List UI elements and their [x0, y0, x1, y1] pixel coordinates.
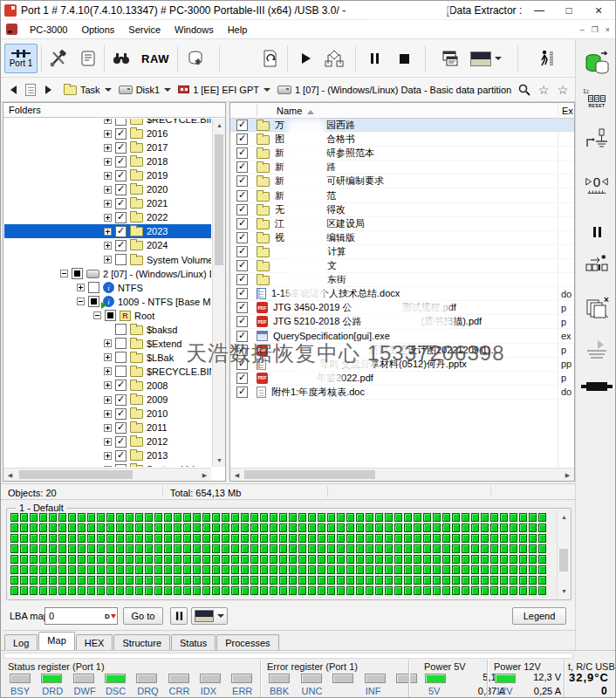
map-cell[interactable]: [462, 555, 469, 564]
map-cell[interactable]: [490, 576, 498, 585]
map-cell[interactable]: [126, 513, 133, 522]
map-cell[interactable]: [250, 586, 258, 595]
map-cell[interactable]: [298, 576, 306, 585]
map-cell[interactable]: [116, 534, 124, 543]
tree-checkbox[interactable]: [115, 464, 127, 467]
map-cell[interactable]: [442, 524, 450, 532]
tree-item--recycle-bin[interactable]: $RECYCLE.BIN: [4, 365, 211, 379]
map-cell[interactable]: [97, 576, 105, 585]
map-cell[interactable]: [356, 576, 364, 585]
map-cell[interactable]: [106, 544, 114, 553]
tree-item-2022[interactable]: 2022: [4, 210, 211, 224]
tree-item-2010[interactable]: 2010: [4, 407, 211, 421]
file-row[interactable]: 东街: [230, 273, 574, 287]
map-cell[interactable]: [212, 586, 220, 595]
map-cell[interactable]: [500, 524, 508, 532]
map-cell[interactable]: [500, 513, 508, 522]
map-cell[interactable]: [414, 576, 421, 585]
map-cell[interactable]: [375, 544, 383, 553]
map-cell[interactable]: [145, 534, 153, 543]
map-cell[interactable]: [145, 544, 153, 553]
map-cell[interactable]: [289, 555, 297, 564]
map-cell[interactable]: [375, 555, 383, 564]
tree-checkbox[interactable]: [115, 240, 127, 251]
map-cell[interactable]: [30, 544, 38, 553]
map-cell[interactable]: [212, 544, 220, 553]
map-cell[interactable]: [298, 524, 306, 532]
map-cell[interactable]: [126, 524, 133, 532]
map-cell[interactable]: [10, 544, 18, 553]
map-cell[interactable]: [375, 513, 383, 522]
map-cell[interactable]: [308, 524, 316, 532]
file-checkbox[interactable]: [236, 387, 248, 398]
map-cell[interactable]: [106, 513, 114, 522]
tree-item--extend[interactable]: $Extend: [4, 337, 211, 351]
autoplay-disabled-button[interactable]: [583, 336, 611, 364]
map-cell[interactable]: [356, 555, 364, 564]
file-row[interactable]: 新研参照范本: [230, 147, 574, 161]
map-cell[interactable]: [423, 524, 431, 532]
tree-checkbox[interactable]: [105, 310, 116, 321]
map-cell[interactable]: [30, 576, 38, 585]
map-cell[interactable]: [452, 576, 460, 585]
map-cell[interactable]: [279, 555, 287, 564]
map-cell[interactable]: [356, 586, 364, 595]
map-cell[interactable]: [327, 586, 335, 595]
map-cell[interactable]: [68, 586, 76, 595]
expand-icon[interactable]: [104, 130, 112, 138]
map-cell[interactable]: [20, 544, 28, 553]
map-cell[interactable]: [279, 513, 287, 522]
map-cell[interactable]: [289, 544, 297, 553]
sidebar-pause-button[interactable]: [583, 218, 611, 246]
map-cell[interactable]: [58, 544, 66, 553]
map-cell[interactable]: [231, 513, 239, 522]
map-cell[interactable]: [394, 586, 402, 595]
map-cell[interactable]: [462, 534, 469, 543]
map-cell[interactable]: [20, 555, 28, 564]
expand-icon[interactable]: [77, 284, 85, 291]
map-cell[interactable]: [126, 544, 133, 553]
map-cell[interactable]: [222, 524, 229, 532]
map-cell[interactable]: [154, 576, 162, 585]
map-cell[interactable]: [250, 555, 258, 564]
map-cell[interactable]: [298, 544, 306, 553]
map-cell[interactable]: [49, 524, 57, 532]
map-view-button[interactable]: [467, 44, 505, 73]
map-cell[interactable]: [135, 544, 143, 553]
map-cell[interactable]: [49, 513, 57, 522]
port1-button[interactable]: Port 1: [4, 44, 38, 73]
file-row[interactable]: 图合格书: [230, 133, 574, 147]
map-cell[interactable]: [10, 534, 18, 543]
tab-processes[interactable]: Processes: [216, 634, 278, 650]
map-cell[interactable]: [30, 524, 38, 532]
map-cell[interactable]: [87, 544, 95, 553]
map-cell[interactable]: [49, 544, 57, 553]
map-cell[interactable]: [126, 586, 133, 595]
map-cell[interactable]: [270, 555, 277, 564]
map-cell[interactable]: [375, 565, 383, 574]
file-checkbox[interactable]: [236, 161, 248, 173]
map-cell[interactable]: [39, 586, 47, 595]
map-cell[interactable]: [346, 565, 354, 574]
tree-checkbox[interactable]: [88, 296, 99, 307]
map-cell[interactable]: [298, 565, 306, 574]
map-cell[interactable]: [154, 544, 162, 553]
map-cell[interactable]: [58, 513, 66, 522]
map-cell[interactable]: [462, 513, 469, 522]
power-supply-button[interactable]: [583, 127, 611, 154]
tree-checkbox[interactable]: [115, 408, 127, 420]
map-cell[interactable]: [298, 586, 306, 595]
tree-vertical-scrollbar[interactable]: ▲ ▼: [212, 119, 225, 467]
map-cell[interactable]: [414, 513, 421, 522]
map-cell[interactable]: [241, 555, 249, 564]
map-cell[interactable]: [260, 524, 268, 532]
map-cell[interactable]: [39, 555, 47, 564]
map-cell[interactable]: [250, 565, 258, 574]
ext-column-header[interactable]: Ex: [562, 106, 573, 116]
tree-item--baksd[interactable]: $baksd: [4, 323, 211, 337]
tree-checkbox[interactable]: [115, 254, 127, 265]
tree-checkbox[interactable]: [115, 198, 127, 209]
map-cell[interactable]: [366, 586, 373, 595]
map-cell[interactable]: [318, 513, 325, 522]
map-cell[interactable]: [97, 586, 105, 595]
